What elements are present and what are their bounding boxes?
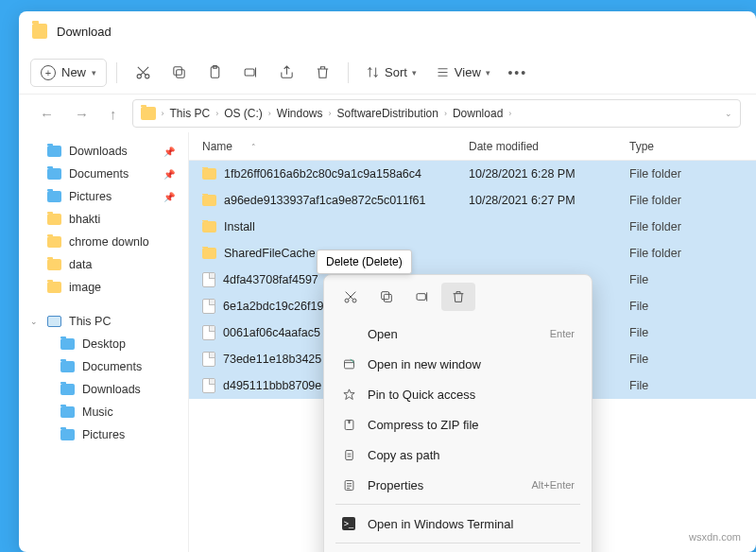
folder-icon [202, 168, 216, 180]
svg-rect-14 [345, 450, 352, 459]
sidebar-item[interactable]: Pictures📌 [23, 185, 184, 208]
crumb[interactable]: Download [453, 107, 503, 120]
chevron-down-icon: ▾ [486, 68, 490, 78]
cut-button[interactable] [127, 59, 159, 87]
folder-icon [202, 248, 216, 259]
terminal-icon: >_ [342, 517, 355, 530]
view-button[interactable]: View ▾ [428, 60, 498, 84]
pc-icon [47, 316, 61, 327]
ctx-show-more[interactable]: Show more options Shift+F10 [330, 547, 586, 552]
star-icon [341, 387, 356, 402]
file-icon [202, 378, 215, 393]
sort-button[interactable]: Sort ▾ [358, 60, 424, 84]
sidebar-item[interactable]: Documents [23, 355, 184, 378]
delete-tooltip: Delete (Delete) [317, 250, 412, 274]
chevron-down-icon: ▾ [92, 68, 96, 78]
props-icon [341, 477, 356, 492]
sort-icon [366, 65, 380, 79]
folder-icon [60, 338, 75, 350]
ctx-item[interactable]: OpenEnter [330, 319, 586, 349]
path-icon [341, 447, 356, 462]
svg-rect-3 [173, 67, 181, 76]
context-menu: OpenEnterOpen in new windowPin to Quick … [323, 274, 593, 552]
file-icon [202, 325, 215, 340]
file-icon [202, 352, 215, 367]
sidebar-item[interactable]: data [23, 253, 184, 276]
ctx-cut-button[interactable] [334, 283, 368, 311]
folder-icon [47, 236, 61, 248]
chevron-down-icon[interactable]: ⌄ [725, 109, 732, 118]
ctx-item[interactable]: Copy as path [330, 440, 586, 470]
ctx-item[interactable]: Pin to Quick access [330, 379, 586, 409]
address-bar[interactable]: › This PC› OS (C:)› Windows› SoftwareDis… [132, 99, 742, 128]
file-row[interactable]: 1fb26ff0616a6b2c80c9a1c9a158a6c410/28/20… [189, 161, 756, 187]
ctx-delete-button[interactable] [441, 283, 475, 311]
svg-rect-2 [176, 70, 184, 78]
up-button[interactable]: ↑ [104, 102, 123, 126]
folder-icon [47, 191, 61, 202]
separator [116, 62, 117, 83]
sidebar-this-pc[interactable]: ⌄This PC [23, 310, 184, 333]
sidebar-item[interactable]: Downloads [23, 378, 184, 401]
sidebar-item[interactable]: chrome downlo [23, 231, 184, 253]
forward-button[interactable]: → [69, 102, 94, 126]
sidebar-item[interactable]: Music [23, 401, 184, 423]
crumb[interactable]: This PC [170, 107, 211, 120]
more-button[interactable]: ••• [502, 59, 534, 87]
svg-rect-10 [382, 292, 389, 300]
crumb[interactable]: Windows [277, 107, 323, 120]
svg-rect-6 [245, 69, 254, 76]
sidebar-item[interactable]: bhakti [23, 208, 184, 231]
column-headers[interactable]: Name˄ Date modified Type [189, 132, 756, 161]
divider [335, 504, 580, 505]
sidebar-item[interactable]: Documents📌 [23, 163, 184, 185]
pin-icon: 📌 [163, 192, 175, 202]
folder-icon [202, 221, 216, 233]
crumb[interactable]: SoftwareDistribution [337, 107, 438, 120]
sidebar-item[interactable]: Desktop [23, 333, 184, 355]
folder-icon [141, 107, 156, 120]
new-button[interactable]: + New ▾ [30, 59, 107, 87]
ctx-open-terminal[interactable]: >_ Open in Windows Terminal [330, 509, 586, 539]
plus-icon: + [41, 65, 56, 80]
ctx-item[interactable]: Compress to ZIP file [330, 409, 586, 440]
share-button[interactable] [270, 59, 302, 87]
folder-icon [60, 384, 75, 395]
paste-button[interactable] [198, 59, 231, 87]
svg-rect-11 [417, 294, 425, 301]
svg-rect-9 [384, 294, 391, 302]
copy-button[interactable] [163, 59, 195, 87]
folder-icon [47, 168, 61, 180]
chevron-down-icon: ▾ [412, 68, 417, 78]
back-button[interactable]: ← [34, 102, 60, 126]
file-row[interactable]: SharedFileCacheFile folder [189, 240, 756, 267]
delete-button[interactable] [306, 59, 338, 87]
separator [348, 62, 349, 83]
file-row[interactable]: InstallFile folder [189, 214, 756, 240]
pin-icon: 📌 [163, 169, 175, 180]
file-icon [202, 272, 215, 287]
zip-icon [341, 417, 356, 432]
ctx-rename-button[interactable] [405, 283, 439, 311]
sort-asc-icon: ˄ [251, 143, 256, 152]
window-icon [341, 356, 356, 371]
sidebar-item[interactable]: image [23, 276, 184, 299]
folder-icon [47, 259, 61, 270]
divider [335, 543, 580, 543]
ctx-item[interactable]: PropertiesAlt+Enter [330, 470, 586, 500]
file-row[interactable]: a96ede9133937af1ca9e872c5c011f6110/28/20… [189, 187, 756, 214]
folder-icon [60, 406, 75, 418]
ctx-copy-button[interactable] [369, 283, 404, 311]
window-title: Download [57, 25, 112, 39]
crumb[interactable]: OS (C:) [224, 107, 263, 120]
sidebar-item[interactable]: Pictures [23, 423, 184, 446]
ctx-item[interactable]: Open in new window [330, 349, 586, 379]
pin-icon: 📌 [163, 147, 175, 157]
folder-icon [32, 24, 47, 39]
titlebar[interactable]: Download [19, 11, 756, 51]
folder-icon [202, 195, 216, 206]
nav-row: ← → ↑ › This PC› OS (C:)› Windows› Softw… [19, 95, 756, 132]
rename-button[interactable] [234, 59, 266, 87]
sidebar-item[interactable]: Downloads📌 [23, 140, 184, 163]
chevron-down-icon: ⌄ [30, 317, 38, 326]
